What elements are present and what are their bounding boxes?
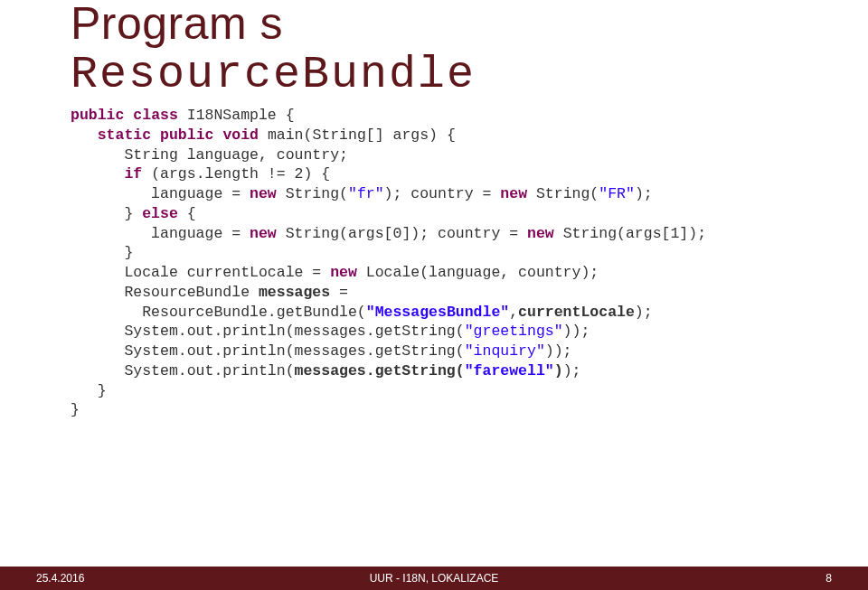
class-name: I18NSample [187, 107, 277, 124]
kw-if: if [124, 165, 142, 183]
title-line-2: ResourceBundle [71, 49, 476, 100]
title-line-1: Program s [71, 0, 283, 49]
str-farewell: "farewell" [465, 362, 554, 379]
kw-static: static [98, 126, 151, 144]
footer-date: 25.4.2016 [36, 572, 84, 585]
kw-public2: public [160, 126, 213, 144]
kw-new4: new [527, 225, 554, 242]
kw-new5: new [330, 264, 357, 281]
kw-else: else [142, 205, 178, 222]
expr-farewell2: ) [554, 362, 563, 379]
kw-new2: new [500, 185, 527, 202]
footer-page: 8 [826, 572, 832, 585]
method-main: main [268, 126, 304, 144]
slide-title: Program s ResourceBundle [0, 0, 868, 98]
kw-class: class [133, 107, 178, 124]
footer: 25.4.2016 UUR - I18N, LOKALIZACE 8 [0, 567, 868, 590]
kw-void: void [222, 126, 259, 144]
var-currentLocale: currentLocale [518, 304, 635, 321]
var-messages: messages [259, 284, 330, 301]
footer-title: UUR - I18N, LOKALIZACE [0, 572, 868, 585]
slide: Program s ResourceBundle public class I1… [0, 0, 868, 590]
str-fr: "fr" [348, 185, 384, 202]
kw-public: public [71, 107, 124, 124]
str-FR: "FR" [599, 185, 635, 202]
kw-new3: new [250, 225, 277, 242]
expr-farewell1: messages.getString( [295, 362, 465, 379]
str-bundle: "MessagesBundle" [366, 304, 509, 321]
code-block: public class I18NSample { static public … [0, 98, 868, 420]
str-inquiry: "inquiry" [465, 342, 545, 360]
kw-new1: new [250, 185, 277, 202]
str-greetings: "greetings" [465, 323, 563, 340]
